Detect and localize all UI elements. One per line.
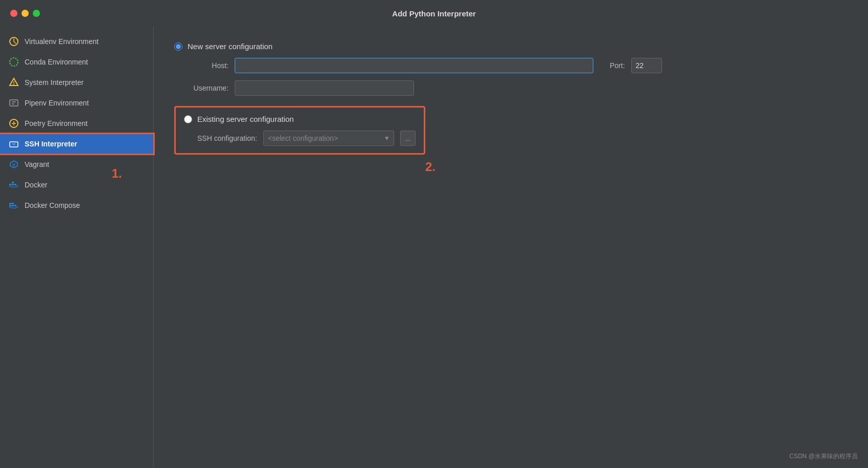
- watermark: CSDN @水果味的程序员: [789, 452, 858, 461]
- window-title: Add Python Interpreter: [392, 9, 476, 18]
- existing-server-radio-row: Existing server configuration: [184, 115, 416, 123]
- username-input[interactable]: [235, 80, 414, 96]
- sidebar-item-pipenv-label: Pipenv Environment: [25, 99, 89, 107]
- sidebar-item-ssh-label: SSH Interpreter: [25, 140, 77, 148]
- traffic-lights: [10, 10, 40, 17]
- sidebar-item-docker-compose[interactable]: Docker Compose: [0, 196, 153, 215]
- svg-text:V: V: [12, 162, 15, 167]
- annotation-2-container: 2.: [425, 160, 848, 174]
- existing-server-radio-label: Existing server configuration: [197, 115, 294, 123]
- sidebar-item-vagrant[interactable]: V Vagrant: [0, 155, 153, 174]
- svg-marker-12: [12, 143, 16, 145]
- svg-rect-15: [9, 184, 11, 185]
- conda-icon: [8, 56, 19, 68]
- sidebar-item-poetry-label: Poetry Environment: [25, 119, 88, 127]
- host-input[interactable]: [235, 58, 593, 73]
- svg-rect-20: [12, 203, 14, 204]
- sidebar-item-ssh[interactable]: SSH Interpreter: [0, 134, 153, 154]
- maximize-button[interactable]: [33, 10, 40, 17]
- docker-icon: [8, 179, 19, 190]
- username-label: Username:: [188, 84, 229, 92]
- sidebar-item-pipenv[interactable]: Pipenv Environment: [0, 93, 153, 113]
- sidebar-item-conda[interactable]: Conda Environment: [0, 52, 153, 72]
- sidebar-item-conda-label: Conda Environment: [25, 58, 88, 66]
- new-server-radio-row: New server configuration: [174, 42, 848, 51]
- svg-rect-17: [14, 184, 16, 185]
- pipenv-icon: [8, 97, 19, 109]
- browse-button[interactable]: ...: [400, 131, 416, 146]
- username-row: Username:: [174, 80, 848, 96]
- title-bar: Add Python Interpreter: [0, 0, 868, 27]
- svg-rect-16: [12, 184, 14, 185]
- annotation-2-label: 2.: [425, 160, 436, 174]
- sidebar-item-system-label: System Interpreter: [25, 78, 84, 87]
- ssh-config-label: SSH configuration:: [197, 134, 257, 142]
- sidebar-item-poetry[interactable]: Poetry Environment: [0, 114, 153, 133]
- svg-rect-22: [12, 205, 14, 206]
- sidebar-item-docker-compose-label: Docker Compose: [25, 201, 80, 209]
- main-window: Add Python Interpreter Virtualenv Enviro…: [0, 0, 868, 468]
- svg-rect-23: [14, 205, 16, 206]
- new-server-radio-label: New server configuration: [188, 42, 273, 51]
- sidebar: Virtualenv Environment Conda Environment: [0, 27, 154, 468]
- svg-rect-19: [9, 203, 11, 204]
- ssh-icon: [8, 138, 19, 150]
- sidebar-item-docker[interactable]: Docker: [0, 175, 153, 195]
- sidebar-item-virtualenv[interactable]: Virtualenv Environment: [0, 32, 153, 51]
- svg-rect-18: [12, 182, 14, 183]
- existing-server-box: Existing server configuration SSH config…: [174, 106, 425, 155]
- close-button[interactable]: [10, 10, 17, 17]
- existing-server-radio[interactable]: [184, 115, 192, 123]
- poetry-icon: [8, 118, 19, 129]
- system-icon: [8, 77, 19, 88]
- sidebar-item-vagrant-label: Vagrant: [25, 160, 49, 168]
- ssh-config-select-wrapper: <select configuration> ▼: [263, 131, 394, 146]
- main-panel: New server configuration Host: Port: Use…: [154, 27, 868, 468]
- new-server-section: New server configuration Host: Port: Use…: [174, 42, 848, 96]
- new-server-radio[interactable]: [174, 42, 182, 51]
- svg-point-1: [10, 58, 18, 66]
- svg-point-4: [13, 84, 14, 85]
- ssh-config-row: SSH configuration: <select configuration…: [184, 131, 416, 146]
- sidebar-item-docker-label: Docker: [25, 181, 47, 189]
- svg-rect-5: [10, 100, 18, 106]
- sidebar-item-system[interactable]: System Interpreter: [0, 73, 153, 92]
- port-input[interactable]: [631, 58, 662, 73]
- vagrant-icon: V: [8, 159, 19, 170]
- docker-compose-icon: [8, 200, 19, 211]
- host-label: Host:: [188, 61, 229, 70]
- svg-rect-21: [9, 205, 11, 206]
- host-row: Host: Port:: [174, 58, 848, 73]
- port-label: Port:: [610, 61, 625, 70]
- content-area: Virtualenv Environment Conda Environment: [0, 27, 868, 468]
- virtualenv-icon: [8, 36, 19, 47]
- sidebar-item-virtualenv-label: Virtualenv Environment: [25, 37, 98, 46]
- minimize-button[interactable]: [22, 10, 29, 17]
- ssh-config-select[interactable]: <select configuration>: [263, 131, 394, 146]
